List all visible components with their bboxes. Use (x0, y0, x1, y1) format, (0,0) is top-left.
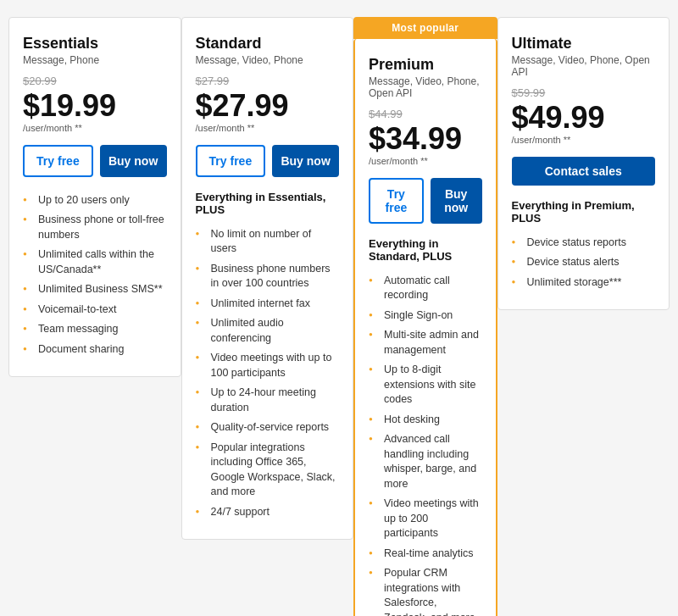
plan-name-standard: Standard (196, 35, 340, 53)
try-free-button-standard[interactable]: Try free (196, 145, 266, 177)
list-item: No limit on number of users (196, 225, 340, 259)
plan-card-premium: PremiumMessage, Video, Phone, Open API$4… (353, 39, 497, 616)
original-price-premium: $44.99 (369, 108, 482, 120)
original-price-ultimate: $59.99 (512, 86, 656, 99)
list-item: Device status reports (512, 233, 656, 253)
current-price-premium: $34.99 (369, 122, 482, 156)
plan-card-standard: StandardMessage, Video, Phone$27.99$27.9… (181, 17, 354, 540)
btn-row-standard: Try freeBuy now (196, 145, 340, 177)
pricing-container: EssentialsMessage, Phone$20.99$19.99/use… (8, 17, 670, 616)
list-item: Document sharing (23, 340, 167, 360)
list-item: Video meetings with up to 200 participan… (369, 494, 482, 544)
feature-list-essentials: Up to 20 users onlyBusiness phone or tol… (23, 191, 167, 360)
list-item: Single Sign-on (369, 306, 482, 326)
list-item: Unlimited audio conferencing (196, 314, 340, 348)
buy-now-button-standard[interactable]: Buy now (272, 145, 339, 177)
plan-subtitle-ultimate: Message, Video, Phone, Open API (512, 54, 656, 78)
price-note-premium: /user/month ** (369, 156, 482, 166)
list-item: Automatic call recording (369, 271, 482, 306)
list-item: Unlimited calls within the US/Canada** (23, 245, 167, 280)
list-item: Popular CRM integrations with Salesforce… (369, 563, 482, 616)
feature-list-premium: Automatic call recordingSingle Sign-onMu… (369, 271, 482, 616)
list-item: Voicemail-to-text (23, 300, 167, 320)
list-item: Unlimited internet fax (196, 294, 340, 314)
list-item: Up to 24-hour meeting duration (196, 383, 340, 418)
features-header-standard: Everything in Essentials, PLUS (196, 191, 340, 216)
plan-subtitle-premium: Message, Video, Phone, Open API (369, 75, 482, 99)
list-item: Video meetings with up to 100 participan… (196, 348, 340, 383)
list-item: Device status alerts (512, 253, 656, 273)
contact-button-ultimate[interactable]: Contact sales (512, 157, 656, 186)
list-item: Multi-site admin and management (369, 325, 482, 360)
try-free-button-essentials[interactable]: Try free (23, 145, 93, 177)
list-item: Team messaging (23, 319, 167, 340)
btn-row-essentials: Try freeBuy now (23, 145, 167, 177)
feature-list-ultimate: Device status reportsDevice status alert… (512, 233, 656, 293)
plan-card-ultimate: UltimateMessage, Video, Phone, Open API$… (497, 17, 670, 310)
plan-card-essentials: EssentialsMessage, Phone$20.99$19.99/use… (8, 17, 181, 377)
original-price-standard: $27.99 (196, 75, 340, 87)
current-price-essentials: $19.99 (23, 89, 167, 123)
list-item: Unlimited storage*** (512, 273, 656, 293)
price-note-essentials: /user/month ** (23, 123, 167, 133)
try-free-button-premium[interactable]: Try free (369, 178, 424, 224)
list-item: Hot desking (369, 410, 482, 430)
original-price-essentials: $20.99 (23, 75, 167, 87)
list-item: Business phone numbers in over 100 count… (196, 259, 340, 294)
list-item: 24/7 support (196, 502, 340, 523)
features-header-ultimate: Everything in Premium, PLUS (512, 199, 656, 225)
price-note-standard: /user/month ** (196, 123, 340, 133)
list-item: Popular integrations including Office 36… (196, 438, 340, 502)
current-price-ultimate: $49.99 (512, 101, 656, 135)
current-price-standard: $27.99 (196, 89, 340, 123)
list-item: Business phone or toll-free numbers (23, 210, 167, 245)
plan-subtitle-essentials: Message, Phone (23, 54, 167, 66)
list-item: Up to 8-digit extensions with site codes (369, 360, 482, 410)
btn-row-premium: Try freeBuy now (369, 178, 482, 224)
list-item: Advanced call handling including whisper… (369, 430, 482, 494)
price-note-ultimate: /user/month ** (512, 135, 656, 145)
most-popular-banner: Most popular (353, 17, 497, 39)
list-item: Real-time analytics (369, 544, 482, 564)
plan-name-ultimate: Ultimate (512, 35, 656, 53)
popular-wrapper: Most popularPremiumMessage, Video, Phone… (353, 17, 497, 616)
list-item: Up to 20 users only (23, 191, 167, 211)
buy-now-button-essentials[interactable]: Buy now (100, 145, 167, 177)
buy-now-button-premium[interactable]: Buy now (431, 178, 482, 224)
plan-name-essentials: Essentials (23, 35, 167, 53)
plan-name-premium: Premium (369, 56, 482, 74)
list-item: Unlimited Business SMS** (23, 280, 167, 300)
list-item: Quality-of-service reports (196, 418, 340, 438)
feature-list-standard: No limit on number of usersBusiness phon… (196, 225, 340, 523)
plan-subtitle-standard: Message, Video, Phone (196, 54, 340, 66)
features-header-premium: Everything in Standard, PLUS (369, 237, 482, 263)
